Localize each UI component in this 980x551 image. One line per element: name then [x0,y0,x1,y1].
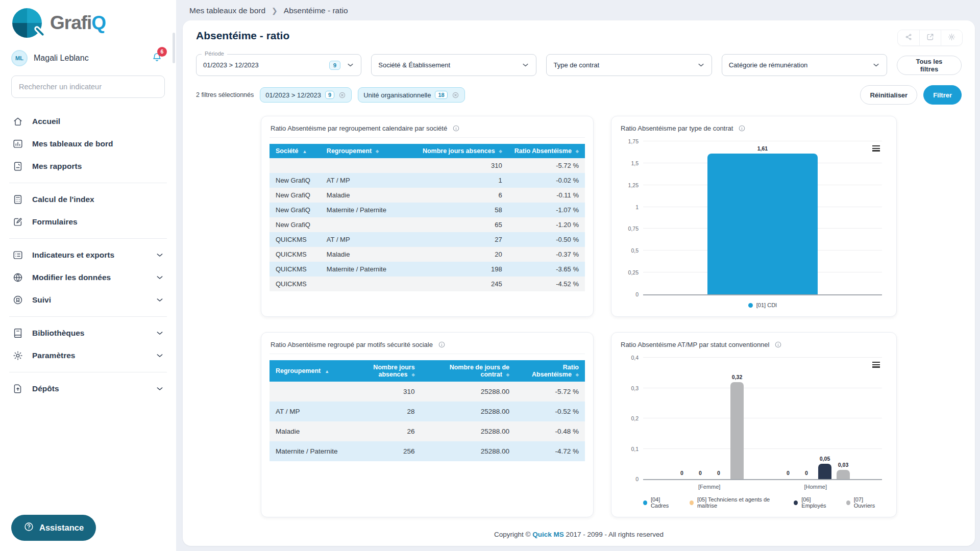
sidebar-item-home[interactable]: Accueil [0,110,176,133]
pay-category-filter-select[interactable]: Catégorie de rémunération [722,54,887,76]
bar[interactable]: 0 [712,470,725,479]
table-cell: 1 [416,173,508,188]
bar-value-label: 0 [805,470,808,476]
table-row: Maternite / Paternite25625288.00-4.72 % [270,441,585,461]
period-label: Période [202,51,227,57]
chip-count-badge: 18 [435,91,447,99]
table-cell: AT / MP [321,232,416,247]
search-input[interactable] [11,76,165,98]
legend-item[interactable]: [04] Cadres [643,496,676,509]
column-header[interactable]: Regroupement◆ [321,144,416,158]
brand-link[interactable]: Quick MS [532,531,564,538]
filter-button[interactable]: Filtrer [923,85,962,105]
chip-close-icon[interactable] [452,91,459,99]
gridline [643,141,882,141]
breadcrumb-dashboards[interactable]: Mes tableaux de bord [189,6,265,15]
legend-item[interactable]: [06] Employés [794,496,832,509]
chip-close-icon[interactable] [338,91,346,99]
bar[interactable]: 0,05 [818,456,831,479]
sidebar-scrollbar[interactable] [173,33,175,63]
legend-label: [07] Ouvriers [854,496,882,509]
notifications-bell-icon[interactable]: 6 [151,52,163,65]
table-cell [270,158,321,173]
info-icon[interactable] [452,124,460,132]
page-title: Absentéime - ratio [196,30,289,42]
sidebar-item-dashboard[interactable]: Mes tableaux de bord [0,133,176,155]
column-header[interactable]: Nombre jours absences◆ [416,144,508,158]
sidebar-item-calculator[interactable]: Calcul de l'index [0,188,176,211]
legend-item[interactable]: [05] Techniciens et agents de maîtrise [690,496,781,509]
filter-chip[interactable]: 01/2023 > 12/20239 [260,87,352,103]
bar-rect [837,470,850,479]
sidebar-item-gear[interactable]: Paramètres [0,344,176,367]
chevron-down-icon [156,296,164,304]
y-axis-tick: 0,5 [631,247,639,254]
column-header[interactable]: Société▲ [270,144,321,158]
legend-item[interactable]: [07] Ouvriers [846,496,882,509]
bar[interactable]: 0,03 [837,462,850,479]
legend-item[interactable]: [01] CDI [748,302,777,308]
sidebar-item-indicators[interactable]: Indicateurs et exports [0,244,176,266]
card-chart-statut: Ratio Absentéisme AT/MP par statut conve… [611,332,897,517]
sidebar-item-report[interactable]: Mes rapports [0,155,176,178]
table-cell: -0.50 % [508,232,585,247]
y-axis-tick: 0,1 [631,446,639,452]
export-icon[interactable] [919,30,941,45]
contract-type-filter-select[interactable]: Type de contrat [546,54,712,76]
assistance-button[interactable]: Assistance [11,515,96,541]
info-icon[interactable] [774,341,782,348]
table-row: QUICKMSMaladie20-0.37 % [270,247,585,262]
period-filter[interactable]: Période 01/2023 > 12/2023 9 [196,54,361,76]
table-cell: 65 [416,217,508,232]
bar[interactable]: 0 [675,470,689,479]
chart-legend: [01] CDI [643,302,882,308]
sidebar-item-upload[interactable]: Dépôts [0,378,176,400]
atmp-statut-bar-chart: 00,10,20,30,40000,32000,050,03[Femme][Ho… [620,359,888,509]
share-icon[interactable] [898,30,919,45]
table-cell: -0.52 % [516,402,585,421]
table-cell: New GrafiQ [270,188,321,203]
bar[interactable]: 1,61 [707,145,817,294]
column-header[interactable]: Nombre de jours de contrat◆ [421,360,516,382]
chart-menu-icon[interactable] [870,143,882,154]
app-logo[interactable]: GrafiQ [0,0,176,38]
sidebar-item-bookmark[interactable]: Suivi [0,289,176,311]
chart-menu-icon[interactable] [870,360,882,370]
table-cell: New GrafiQ [270,203,321,217]
bar[interactable]: 0 [694,470,707,479]
legend-dot-icon [690,500,694,505]
info-icon[interactable] [738,124,746,132]
column-header[interactable]: Ratio Absentéisme◆ [508,144,585,158]
table-cell: 25288.00 [421,441,516,461]
sidebar-item-edit[interactable]: Formulaires [0,211,176,233]
sidebar-item-label: Suivi [32,295,51,305]
column-header[interactable]: Ratio Absentéisme◆ [516,360,585,382]
dashboard-card: Absentéime - ratio Période 01/2023 > 12/… [183,20,975,546]
table-cell: -4.72 % [516,441,585,461]
y-axis-tick: 0,3 [631,385,639,391]
table-cell [321,217,416,232]
sidebar-item-book[interactable]: Bibliothèques [0,322,176,344]
chip-label: Unité organisationnelle [363,91,431,99]
reset-button[interactable]: Réinitialiser [860,85,917,105]
info-icon[interactable] [438,341,446,348]
table-cell: -0.37 % [508,247,585,262]
all-filters-button[interactable]: Tous les filtres [897,56,962,75]
bar-value-label: 0,03 [838,462,848,468]
sidebar-item-label: Accueil [32,117,60,126]
x-axis-labels: [Femme][Homme] [643,484,882,490]
column-header[interactable]: Regroupement▲ [270,360,352,382]
bar[interactable]: 0 [800,470,813,479]
sidebar-item-globe[interactable]: Modifier les données [0,266,176,289]
card-chart-contract-type: Ratio Absentéisme par type de contrat 00… [611,116,897,317]
filter-chip[interactable]: Unité organisationnelle18 [358,87,465,103]
period-value: 01/2023 > 12/2023 [203,61,259,69]
bar[interactable]: 0,32 [730,374,744,479]
settings-icon[interactable] [941,30,962,45]
y-axis-tick: 0,2 [631,415,639,421]
sidebar-item-label: Mes rapports [32,162,82,171]
bar[interactable]: 0 [781,470,795,479]
edit-icon [12,216,23,228]
company-filter-select[interactable]: Société & Établissement [371,54,536,76]
column-header[interactable]: Nombre jours absences◆ [352,360,421,382]
